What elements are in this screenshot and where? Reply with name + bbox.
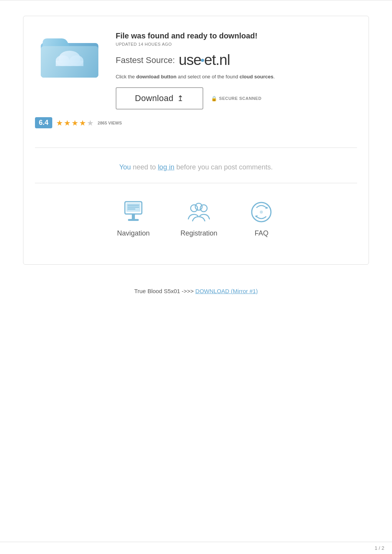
secure-scanned-text: SECURE SCANNED [219, 96, 261, 101]
icons-section: Navigation Registration [35, 187, 357, 249]
comment-text-pre: need to [131, 163, 158, 171]
stars-container: ★ ★ ★ ★ ★ [56, 118, 94, 128]
divider-top [35, 148, 357, 148]
registration-icon [186, 199, 213, 226]
usenet-logo: useet.nl [179, 52, 230, 68]
download-button[interactable]: Download ↥ [116, 87, 203, 109]
card-top-section: File was found and ready to download! UP… [35, 28, 357, 109]
svg-rect-12 [128, 219, 139, 221]
faq-label: FAQ [255, 229, 269, 237]
click-instruction: Click the download button and select one… [116, 74, 357, 80]
mirror-link[interactable]: DOWNLOAD (Mirror #1) [195, 288, 258, 294]
lock-icon: 🔒 [211, 96, 218, 101]
folder-icon [35, 28, 104, 85]
download-arrow-icon: ↥ [177, 94, 184, 103]
download-row: Download ↥ 🔒 SECURE SCANNED [116, 87, 357, 109]
rating-row: 6.4 ★ ★ ★ ★ ★ 2865 VIEWS [35, 117, 357, 128]
login-link[interactable]: log in [158, 163, 174, 171]
comment-text-post: before you can post comments. [174, 163, 273, 171]
secure-scanned-badge: 🔒 SECURE SCANNED [211, 96, 262, 101]
faq-item: FAQ [248, 199, 275, 237]
star-4: ★ [79, 118, 86, 128]
main-card: File was found and ready to download! UP… [23, 16, 369, 265]
svg-point-19 [260, 211, 263, 214]
you-text: You [119, 163, 131, 171]
top-border [0, 0, 392, 0]
navigation-label: Navigation [117, 229, 149, 237]
divider-bottom [35, 183, 357, 183]
svg-point-13 [191, 205, 198, 212]
svg-rect-11 [132, 214, 135, 219]
fastest-source-label: Fastest Source: [116, 55, 175, 65]
star-1: ★ [56, 118, 63, 128]
comments-section: You need to log in before you can post c… [35, 152, 357, 179]
fastest-source-row: Fastest Source: useet.nl [116, 52, 357, 68]
card-info: File was found and ready to download! UP… [116, 28, 357, 109]
star-5: ★ [87, 118, 94, 128]
download-label: Download [135, 93, 173, 103]
faq-icon [248, 199, 275, 226]
file-found-title: File was found and ready to download! [116, 32, 357, 40]
pagination-text: 1 / 2 [375, 545, 384, 551]
views-text: 2865 VIEWS [98, 121, 122, 125]
bottom-pagination-bar: 1 / 2 [0, 542, 392, 554]
navigation-icon [120, 199, 147, 226]
star-3: ★ [71, 118, 78, 128]
svg-rect-5 [56, 61, 83, 66]
below-text: True Blood S5x01 ->>> [134, 288, 195, 294]
cloud-sources-bold: cloud sources [239, 74, 273, 80]
download-button-bold: download button [136, 74, 176, 80]
updated-text: UPDATED 14 HOUES AGO [116, 42, 357, 46]
registration-label: Registration [181, 229, 218, 237]
below-card: True Blood S5x01 ->>> DOWNLOAD (Mirror #… [0, 276, 392, 306]
star-2: ★ [64, 118, 71, 128]
navigation-item: Navigation [117, 199, 149, 237]
rating-badge: 6.4 [35, 117, 52, 128]
registration-item: Registration [181, 199, 218, 237]
